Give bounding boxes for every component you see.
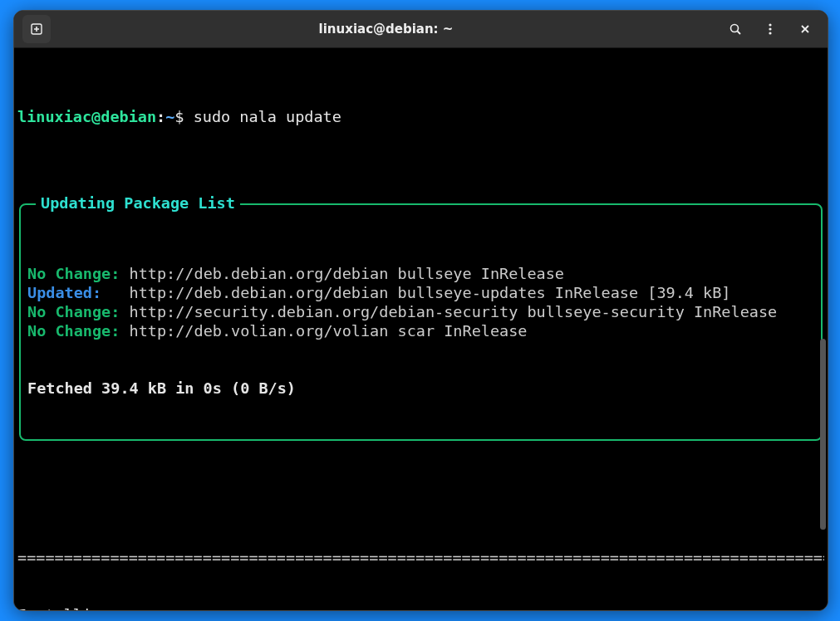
update-text: http://deb.debian.org/debian bullseye In…	[120, 265, 564, 282]
svg-point-4	[769, 32, 771, 34]
update-status: No Change:	[27, 265, 120, 282]
update-line: No Change: http://deb.volian.org/volian …	[27, 321, 814, 340]
kebab-icon	[764, 22, 777, 36]
box-title-wrap: Updating Package List	[36, 193, 240, 213]
box-title: Updating Package List	[41, 194, 235, 212]
scrollbar-thumb[interactable]	[820, 339, 826, 530]
prompt-path: ~	[165, 108, 174, 125]
window-title: linuxiac@debian: ~	[52, 20, 720, 39]
fetched-line: Fetched 39.4 kB in 0s (0 B/s)	[27, 379, 814, 398]
search-icon	[729, 22, 742, 36]
update-status: No Change:	[27, 303, 120, 320]
update-box: Updating Package List No Change: http://…	[19, 203, 823, 441]
search-button[interactable]	[721, 15, 749, 43]
titlebar: linuxiac@debian: ~	[14, 11, 828, 48]
close-icon	[799, 23, 811, 35]
installing-heading: Installing:	[17, 605, 824, 610]
close-button[interactable]	[791, 15, 819, 43]
update-line: No Change: http://deb.debian.org/debian …	[27, 264, 814, 283]
svg-point-2	[769, 23, 771, 26]
command-text: sudo nala update	[194, 108, 341, 125]
update-text: http://security.debian.org/debian-securi…	[120, 303, 777, 320]
new-tab-icon	[30, 22, 43, 36]
prompt-user: linuxiac@debian	[17, 108, 156, 125]
update-line: Updated: http://deb.debian.org/debian bu…	[27, 283, 814, 302]
prompt-line: linuxiac@debian:~$ sudo nala update	[17, 107, 824, 126]
update-status: No Change:	[27, 322, 120, 340]
terminal-body[interactable]: linuxiac@debian:~$ sudo nala update Upda…	[14, 48, 828, 610]
menu-button[interactable]	[756, 15, 784, 43]
new-tab-button[interactable]	[22, 15, 51, 43]
divider: ========================================…	[17, 548, 824, 567]
spacer	[17, 501, 824, 510]
terminal-window: linuxiac@debian: ~ linuxiac@debian	[13, 10, 828, 611]
titlebar-right-buttons	[720, 15, 821, 43]
svg-point-1	[731, 25, 739, 32]
update-text: http://deb.debian.org/debian bullseye-up…	[120, 284, 730, 301]
update-text: http://deb.volian.org/volian scar InRele…	[120, 322, 527, 340]
update-line: No Change: http://security.debian.org/de…	[27, 302, 814, 321]
update-status: Updated:	[27, 284, 120, 301]
svg-point-3	[769, 27, 771, 30]
